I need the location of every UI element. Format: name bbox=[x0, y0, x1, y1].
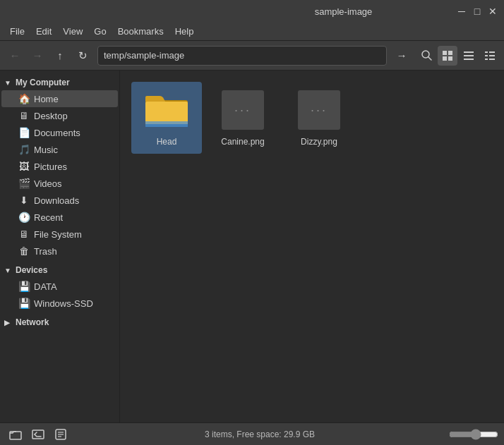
back-button[interactable]: ← bbox=[4, 45, 25, 66]
sidebar-item-desktop-label: Desktop bbox=[34, 111, 68, 121]
sidebar-item-trash-label: Trash bbox=[34, 246, 57, 257]
svg-rect-2 bbox=[443, 51, 447, 55]
svg-rect-13 bbox=[485, 59, 488, 60]
recent-icon: 🕐 bbox=[18, 212, 30, 223]
sidebar-item-videos[interactable]: 🎬 Videos bbox=[1, 175, 118, 192]
devices-label: Devices bbox=[16, 265, 47, 275]
svg-rect-9 bbox=[485, 51, 488, 53]
menu-item-file[interactable]: File bbox=[4, 25, 30, 38]
menu-item-bookmarks[interactable]: Bookmarks bbox=[112, 25, 169, 38]
svg-rect-10 bbox=[489, 51, 495, 53]
search-button[interactable] bbox=[416, 46, 436, 66]
file-label-dizzy: Dizzy.png bbox=[301, 137, 337, 148]
view-compact-button[interactable] bbox=[480, 46, 500, 66]
maximize-button[interactable]: □ bbox=[472, 6, 483, 17]
file-item-canine[interactable]: ··· Canine.png bbox=[208, 82, 278, 154]
sidebar-item-desktop[interactable]: 🖥 Desktop bbox=[1, 107, 118, 124]
new-folder-button[interactable] bbox=[6, 426, 25, 443]
png-icon-dizzy: ··· bbox=[296, 87, 342, 133]
sidebar-item-recent-label: Recent bbox=[34, 212, 63, 223]
svg-rect-11 bbox=[485, 55, 488, 56]
file-label-canine: Canine.png bbox=[221, 137, 264, 148]
folder-icon-head bbox=[144, 87, 189, 133]
main-area: ▼ My Computer 🏠 Home 🖥 Desktop 📄 Documen… bbox=[0, 71, 504, 422]
sidebar-item-pictures-label: Pictures bbox=[34, 161, 67, 172]
zoom-slider[interactable] bbox=[449, 429, 498, 440]
menu-bar: FileEditViewGoBookmarksHelp bbox=[0, 23, 504, 41]
status-bar: 3 items, Free space: 29.9 GB bbox=[0, 422, 504, 445]
minimize-button[interactable]: ─ bbox=[456, 6, 467, 17]
sidebar-item-home[interactable]: 🏠 Home bbox=[1, 90, 118, 107]
sidebar-section-devices[interactable]: ▼ Devices bbox=[0, 262, 119, 278]
my-computer-label: My Computer bbox=[16, 78, 70, 87]
home-icon: 🏠 bbox=[18, 93, 30, 104]
documents-icon: 📄 bbox=[18, 127, 30, 138]
status-buttons bbox=[6, 426, 71, 443]
file-item-dizzy[interactable]: ··· Dizzy.png bbox=[284, 82, 354, 154]
network-arrow: ▶ bbox=[4, 319, 13, 327]
up-button[interactable]: ↑ bbox=[49, 45, 71, 66]
sidebar: ▼ My Computer 🏠 Home 🖥 Desktop 📄 Documen… bbox=[0, 71, 120, 422]
sidebar-section-my-computer[interactable]: ▼ My Computer bbox=[0, 75, 119, 90]
menu-item-go[interactable]: Go bbox=[88, 25, 112, 38]
png-icon-canine: ··· bbox=[220, 87, 265, 133]
svg-rect-12 bbox=[489, 55, 495, 56]
sidebar-item-downloads[interactable]: ⬇ Downloads bbox=[1, 192, 118, 209]
address-bar[interactable] bbox=[97, 46, 387, 66]
sidebar-item-documents[interactable]: 📄 Documents bbox=[1, 124, 118, 141]
go-button[interactable]: → bbox=[391, 45, 412, 66]
sidebar-item-filesystem[interactable]: 🖥 File System bbox=[1, 226, 118, 243]
window-title: sample-image bbox=[231, 6, 456, 17]
open-terminal-button[interactable] bbox=[28, 426, 48, 443]
svg-rect-4 bbox=[443, 56, 447, 61]
menu-item-help[interactable]: Help bbox=[169, 25, 200, 38]
sidebar-section-network[interactable]: ▶ Network bbox=[0, 315, 119, 330]
sidebar-item-videos-label: Videos bbox=[34, 178, 62, 189]
trash-icon: 🗑 bbox=[18, 245, 30, 257]
sidebar-item-recent[interactable]: 🕐 Recent bbox=[1, 209, 118, 226]
sidebar-item-filesystem-label: File System bbox=[34, 229, 82, 240]
network-label: Network bbox=[16, 317, 49, 327]
svg-rect-7 bbox=[464, 55, 474, 56]
sidebar-item-downloads-label: Downloads bbox=[34, 195, 79, 206]
desktop-icon: 🖥 bbox=[18, 110, 30, 121]
svg-rect-18 bbox=[145, 124, 188, 127]
forward-button[interactable]: → bbox=[27, 45, 48, 66]
zoom-control bbox=[449, 429, 498, 440]
svg-rect-8 bbox=[464, 59, 474, 60]
close-button[interactable]: ✕ bbox=[487, 6, 498, 17]
view-grid-button[interactable] bbox=[438, 46, 457, 66]
status-text: 3 items, Free space: 29.9 GB bbox=[71, 429, 449, 439]
svg-rect-5 bbox=[448, 56, 452, 61]
menu-item-view[interactable]: View bbox=[57, 25, 88, 38]
sidebar-item-documents-label: Documents bbox=[34, 128, 80, 138]
pictures-icon: 🖼 bbox=[18, 161, 30, 172]
svg-rect-6 bbox=[464, 51, 474, 53]
sidebar-item-windows-ssd-label: Windows-SSD bbox=[34, 298, 93, 309]
downloads-icon: ⬇ bbox=[18, 195, 30, 206]
sidebar-item-home-label: Home bbox=[34, 94, 59, 104]
window-controls: ─ □ ✕ bbox=[456, 6, 498, 17]
reload-button[interactable]: ↻ bbox=[72, 45, 93, 66]
view-list-button[interactable] bbox=[459, 46, 479, 66]
svg-rect-3 bbox=[448, 51, 452, 55]
file-item-head[interactable]: Head bbox=[131, 82, 202, 154]
music-icon: 🎵 bbox=[18, 144, 30, 155]
data-drive-icon: 💾 bbox=[18, 281, 30, 292]
videos-icon: 🎬 bbox=[18, 178, 30, 189]
content-area: Head ··· Canine.png ··· Dizzy.png bbox=[120, 71, 504, 422]
title-bar: sample-image ─ □ ✕ bbox=[0, 0, 504, 23]
my-computer-arrow: ▼ bbox=[4, 79, 13, 87]
menu-item-edit[interactable]: Edit bbox=[30, 25, 57, 38]
sidebar-item-windows-ssd[interactable]: 💾 Windows-SSD bbox=[1, 295, 118, 312]
devices-arrow: ▼ bbox=[4, 267, 13, 274]
sidebar-item-data[interactable]: 💾 DATA bbox=[1, 278, 118, 295]
sidebar-item-data-label: DATA bbox=[34, 281, 57, 292]
sidebar-item-trash[interactable]: 🗑 Trash bbox=[1, 243, 118, 260]
sidebar-item-music[interactable]: 🎵 Music bbox=[1, 141, 118, 158]
properties-button[interactable] bbox=[51, 426, 71, 443]
sidebar-item-pictures[interactable]: 🖼 Pictures bbox=[1, 158, 118, 175]
ssd-icon: 💾 bbox=[18, 298, 30, 309]
view-controls bbox=[416, 46, 500, 66]
filesystem-icon: 🖥 bbox=[18, 228, 30, 240]
